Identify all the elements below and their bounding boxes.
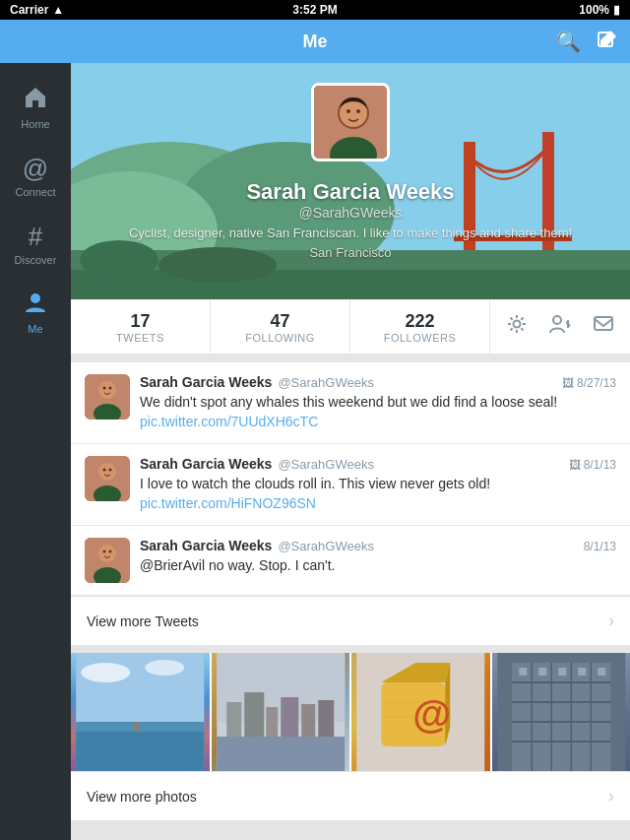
message-icon[interactable] xyxy=(589,309,618,344)
tweet-item: Sarah Garcia Weeks @SarahGWeeks 🖼 8/27/1… xyxy=(71,362,630,444)
profile-info: Sarah Garcia Weeks @SarahGWeeks Cyclist,… xyxy=(71,179,630,260)
tweet-avatar xyxy=(85,538,130,583)
svg-point-20 xyxy=(553,316,561,324)
svg-point-45 xyxy=(145,660,184,676)
view-more-photos-row[interactable]: View more photos › xyxy=(71,771,630,820)
photo-thumb-3[interactable]: @ xyxy=(351,653,490,771)
tweet-header: Sarah Garcia Weeks @SarahGWeeks 🖼 8/27/1… xyxy=(140,374,616,390)
me-icon xyxy=(23,290,48,321)
svg-rect-54 xyxy=(217,737,345,771)
svg-rect-74 xyxy=(558,668,566,676)
tweet-text: I love to watch the clouds roll in. This… xyxy=(140,475,616,513)
tweet-meta: 🖼 8/27/13 xyxy=(562,376,616,390)
svg-rect-10 xyxy=(71,270,630,299)
following-label: FOLLOWING xyxy=(211,332,349,344)
svg-rect-75 xyxy=(578,668,586,676)
svg-rect-50 xyxy=(266,707,278,742)
tweet-date: 8/1/13 xyxy=(584,458,616,472)
followers-label: FOLLOWERS xyxy=(350,332,489,344)
profile-actions xyxy=(490,309,630,344)
svg-point-29 xyxy=(103,469,106,472)
connect-icon: @ xyxy=(23,154,48,184)
photo-thumb-1[interactable] xyxy=(71,653,210,771)
sidebar-item-discover[interactable]: # Discover xyxy=(0,210,71,278)
image-indicator: 🖼 xyxy=(562,376,574,390)
profile-handle: @SarahGWeeks xyxy=(71,205,630,221)
tweet-meta: 8/1/13 xyxy=(584,540,616,553)
following-stat[interactable]: 47 FOLLOWING xyxy=(211,299,350,354)
sidebar-item-me[interactable]: Me xyxy=(0,278,71,347)
svg-point-17 xyxy=(346,109,350,113)
followers-stat[interactable]: 222 FOLLOWERS xyxy=(350,299,490,354)
battery-text: 100% xyxy=(579,3,609,17)
tweet-author-name: Sarah Garcia Weeks xyxy=(140,538,272,553)
compose-icon[interactable] xyxy=(597,29,618,55)
svg-rect-52 xyxy=(301,704,315,742)
status-time: 3:52 PM xyxy=(292,3,337,17)
following-count: 47 xyxy=(211,311,349,332)
sidebar-item-connect[interactable]: @ Connect xyxy=(0,142,71,210)
sidebar-item-discover-label: Discover xyxy=(15,254,57,266)
tweet-header: Sarah Garcia Weeks @SarahGWeeks 8/1/13 xyxy=(140,538,616,553)
settings-icon[interactable] xyxy=(502,309,532,344)
svg-rect-73 xyxy=(538,668,546,676)
follow-icon[interactable] xyxy=(545,309,575,344)
tweet-avatar xyxy=(85,374,130,420)
svg-point-33 xyxy=(98,545,116,562)
profile-name: Sarah Garcia Weeks xyxy=(71,179,630,205)
svg-rect-48 xyxy=(226,702,241,742)
svg-point-23 xyxy=(98,381,116,399)
search-icon[interactable]: 🔍 xyxy=(556,30,581,53)
sidebar-item-home[interactable]: Home xyxy=(0,73,71,142)
tweet-item: Sarah Garcia Weeks @SarahGWeeks 🖼 8/1/13… xyxy=(71,444,630,526)
svg-rect-63 xyxy=(512,663,610,771)
profile-bio: Cyclist, designer, native San Franciscan… xyxy=(71,221,630,242)
svg-point-1 xyxy=(31,293,40,303)
content-area: Sarah Garcia Weeks @SarahGWeeks Cyclist,… xyxy=(71,63,630,840)
svg-rect-49 xyxy=(244,692,264,742)
svg-rect-51 xyxy=(281,697,298,742)
tweet-author-handle: @SarahGWeeks xyxy=(278,375,374,390)
discover-icon: # xyxy=(29,222,42,252)
view-more-tweets-row[interactable]: View more Tweets › xyxy=(71,596,630,645)
svg-rect-76 xyxy=(598,668,605,676)
tweet-author-name: Sarah Garcia Weeks xyxy=(140,456,272,472)
tweet-date: 8/27/13 xyxy=(577,376,616,390)
sidebar-item-me-label: Me xyxy=(28,323,42,335)
svg-rect-39 xyxy=(76,732,204,771)
tweet-link[interactable]: pic.twitter.com/7UUdXH6cTC xyxy=(140,414,318,429)
tweet-header: Sarah Garcia Weeks @SarahGWeeks 🖼 8/1/13 xyxy=(140,456,616,472)
tweet-text: We didn't spot any whales this weekend b… xyxy=(140,393,616,431)
svg-point-44 xyxy=(81,663,130,682)
tweet-content: Sarah Garcia Weeks @SarahGWeeks 🖼 8/1/13… xyxy=(140,456,616,513)
tweet-meta: 🖼 8/1/13 xyxy=(569,458,616,472)
svg-point-19 xyxy=(514,321,521,328)
carrier-text: Carrier xyxy=(10,3,48,17)
svg-point-35 xyxy=(109,550,112,553)
tweet-author-name: Sarah Garcia Weeks xyxy=(140,374,272,390)
view-more-photos-label: View more photos xyxy=(87,789,197,805)
chevron-right-icon: › xyxy=(608,611,614,631)
photo-thumb-4[interactable] xyxy=(492,653,631,771)
home-icon xyxy=(23,85,48,116)
tweet-content: Sarah Garcia Weeks @SarahGWeeks 8/1/13 @… xyxy=(140,538,616,583)
avatar xyxy=(311,83,390,162)
chevron-right-icon: › xyxy=(608,786,614,807)
avatar-image xyxy=(314,86,387,159)
tweets-count: 17 xyxy=(71,311,210,332)
tweet-avatar xyxy=(85,456,130,501)
page-title: Me xyxy=(302,32,327,52)
tweet-author-handle: @SarahGWeeks xyxy=(278,539,374,553)
tweets-section: Sarah Garcia Weeks @SarahGWeeks 🖼 8/27/1… xyxy=(71,362,630,596)
tweets-stat[interactable]: 17 TWEETS xyxy=(71,299,211,354)
followers-count: 222 xyxy=(350,311,489,332)
tweet-author-handle: @SarahGWeeks xyxy=(278,457,374,472)
photos-grid: @ xyxy=(71,653,630,771)
tweet-link[interactable]: pic.twitter.com/HiFNOZ96SN xyxy=(140,495,316,511)
photo-thumb-2[interactable] xyxy=(212,653,350,771)
sidebar-item-connect-label: Connect xyxy=(16,186,56,198)
wifi-icon: ▲ xyxy=(52,3,64,17)
tweet-item: Sarah Garcia Weeks @SarahGWeeks 8/1/13 @… xyxy=(71,526,630,596)
image-indicator: 🖼 xyxy=(569,458,581,472)
main-layout: Home @ Connect # Discover Me xyxy=(0,63,630,840)
